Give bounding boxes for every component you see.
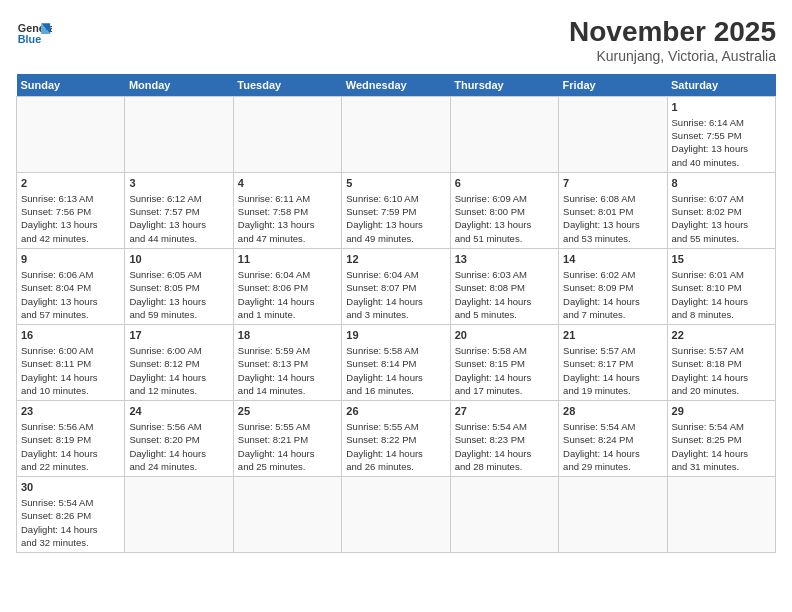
- calendar-cell: 23Sunrise: 5:56 AM Sunset: 8:19 PM Dayli…: [17, 401, 125, 477]
- calendar-cell: [342, 477, 450, 553]
- calendar-cell: 17Sunrise: 6:00 AM Sunset: 8:12 PM Dayli…: [125, 325, 233, 401]
- day-number: 30: [21, 480, 120, 495]
- day-info: Sunrise: 6:06 AM Sunset: 8:04 PM Dayligh…: [21, 268, 120, 321]
- calendar-cell: 16Sunrise: 6:00 AM Sunset: 8:11 PM Dayli…: [17, 325, 125, 401]
- day-info: Sunrise: 5:54 AM Sunset: 8:24 PM Dayligh…: [563, 420, 662, 473]
- day-number: 6: [455, 176, 554, 191]
- calendar-cell: 20Sunrise: 5:58 AM Sunset: 8:15 PM Dayli…: [450, 325, 558, 401]
- day-info: Sunrise: 6:07 AM Sunset: 8:02 PM Dayligh…: [672, 192, 771, 245]
- calendar-cell: 7Sunrise: 6:08 AM Sunset: 8:01 PM Daylig…: [559, 173, 667, 249]
- day-info: Sunrise: 6:02 AM Sunset: 8:09 PM Dayligh…: [563, 268, 662, 321]
- calendar-cell: 25Sunrise: 5:55 AM Sunset: 8:21 PM Dayli…: [233, 401, 341, 477]
- day-number: 3: [129, 176, 228, 191]
- calendar-cell: [450, 477, 558, 553]
- calendar-cell: [233, 97, 341, 173]
- calendar-cell: [667, 477, 775, 553]
- day-info: Sunrise: 6:10 AM Sunset: 7:59 PM Dayligh…: [346, 192, 445, 245]
- calendar-cell: 29Sunrise: 5:54 AM Sunset: 8:25 PM Dayli…: [667, 401, 775, 477]
- calendar-cell: [125, 97, 233, 173]
- calendar-cell: 21Sunrise: 5:57 AM Sunset: 8:17 PM Dayli…: [559, 325, 667, 401]
- day-info: Sunrise: 6:04 AM Sunset: 8:07 PM Dayligh…: [346, 268, 445, 321]
- calendar-cell: [125, 477, 233, 553]
- day-info: Sunrise: 5:57 AM Sunset: 8:18 PM Dayligh…: [672, 344, 771, 397]
- day-number: 12: [346, 252, 445, 267]
- weekday-header-sunday: Sunday: [17, 74, 125, 97]
- title-area: November 2025 Kurunjang, Victoria, Austr…: [569, 16, 776, 64]
- day-info: Sunrise: 6:00 AM Sunset: 8:11 PM Dayligh…: [21, 344, 120, 397]
- day-number: 21: [563, 328, 662, 343]
- day-number: 7: [563, 176, 662, 191]
- day-number: 20: [455, 328, 554, 343]
- day-number: 4: [238, 176, 337, 191]
- calendar-cell: 12Sunrise: 6:04 AM Sunset: 8:07 PM Dayli…: [342, 249, 450, 325]
- day-info: Sunrise: 6:08 AM Sunset: 8:01 PM Dayligh…: [563, 192, 662, 245]
- day-number: 14: [563, 252, 662, 267]
- calendar-cell: 13Sunrise: 6:03 AM Sunset: 8:08 PM Dayli…: [450, 249, 558, 325]
- day-info: Sunrise: 6:00 AM Sunset: 8:12 PM Dayligh…: [129, 344, 228, 397]
- day-info: Sunrise: 6:01 AM Sunset: 8:10 PM Dayligh…: [672, 268, 771, 321]
- calendar-cell: 3Sunrise: 6:12 AM Sunset: 7:57 PM Daylig…: [125, 173, 233, 249]
- calendar-cell: [559, 97, 667, 173]
- calendar-cell: 8Sunrise: 6:07 AM Sunset: 8:02 PM Daylig…: [667, 173, 775, 249]
- day-info: Sunrise: 6:13 AM Sunset: 7:56 PM Dayligh…: [21, 192, 120, 245]
- weekday-header-thursday: Thursday: [450, 74, 558, 97]
- day-number: 23: [21, 404, 120, 419]
- day-number: 17: [129, 328, 228, 343]
- weekday-header-friday: Friday: [559, 74, 667, 97]
- calendar-cell: [17, 97, 125, 173]
- day-number: 29: [672, 404, 771, 419]
- calendar-cell: 1Sunrise: 6:14 AM Sunset: 7:55 PM Daylig…: [667, 97, 775, 173]
- calendar-cell: 18Sunrise: 5:59 AM Sunset: 8:13 PM Dayli…: [233, 325, 341, 401]
- day-number: 2: [21, 176, 120, 191]
- calendar-cell: 24Sunrise: 5:56 AM Sunset: 8:20 PM Dayli…: [125, 401, 233, 477]
- day-info: Sunrise: 5:55 AM Sunset: 8:22 PM Dayligh…: [346, 420, 445, 473]
- page-subtitle: Kurunjang, Victoria, Australia: [569, 48, 776, 64]
- calendar-cell: [233, 477, 341, 553]
- weekday-header-wednesday: Wednesday: [342, 74, 450, 97]
- calendar-cell: 30Sunrise: 5:54 AM Sunset: 8:26 PM Dayli…: [17, 477, 125, 553]
- day-number: 26: [346, 404, 445, 419]
- calendar-cell: 15Sunrise: 6:01 AM Sunset: 8:10 PM Dayli…: [667, 249, 775, 325]
- day-info: Sunrise: 5:58 AM Sunset: 8:15 PM Dayligh…: [455, 344, 554, 397]
- day-info: Sunrise: 5:58 AM Sunset: 8:14 PM Dayligh…: [346, 344, 445, 397]
- day-info: Sunrise: 5:55 AM Sunset: 8:21 PM Dayligh…: [238, 420, 337, 473]
- day-number: 10: [129, 252, 228, 267]
- day-number: 11: [238, 252, 337, 267]
- day-number: 22: [672, 328, 771, 343]
- calendar-cell: [342, 97, 450, 173]
- calendar-cell: 10Sunrise: 6:05 AM Sunset: 8:05 PM Dayli…: [125, 249, 233, 325]
- calendar-table: SundayMondayTuesdayWednesdayThursdayFrid…: [16, 74, 776, 553]
- page-title: November 2025: [569, 16, 776, 48]
- day-info: Sunrise: 6:04 AM Sunset: 8:06 PM Dayligh…: [238, 268, 337, 321]
- day-info: Sunrise: 6:11 AM Sunset: 7:58 PM Dayligh…: [238, 192, 337, 245]
- day-number: 1: [672, 100, 771, 115]
- calendar-cell: 22Sunrise: 5:57 AM Sunset: 8:18 PM Dayli…: [667, 325, 775, 401]
- calendar-cell: 5Sunrise: 6:10 AM Sunset: 7:59 PM Daylig…: [342, 173, 450, 249]
- day-number: 27: [455, 404, 554, 419]
- page-header: General Blue November 2025 Kurunjang, Vi…: [16, 16, 776, 64]
- calendar-cell: 26Sunrise: 5:55 AM Sunset: 8:22 PM Dayli…: [342, 401, 450, 477]
- day-number: 16: [21, 328, 120, 343]
- day-number: 28: [563, 404, 662, 419]
- calendar-cell: 27Sunrise: 5:54 AM Sunset: 8:23 PM Dayli…: [450, 401, 558, 477]
- logo: General Blue: [16, 16, 52, 52]
- calendar-cell: [559, 477, 667, 553]
- day-number: 13: [455, 252, 554, 267]
- calendar-cell: 14Sunrise: 6:02 AM Sunset: 8:09 PM Dayli…: [559, 249, 667, 325]
- calendar-cell: 2Sunrise: 6:13 AM Sunset: 7:56 PM Daylig…: [17, 173, 125, 249]
- day-info: Sunrise: 6:09 AM Sunset: 8:00 PM Dayligh…: [455, 192, 554, 245]
- calendar-cell: 11Sunrise: 6:04 AM Sunset: 8:06 PM Dayli…: [233, 249, 341, 325]
- day-number: 8: [672, 176, 771, 191]
- calendar-cell: [450, 97, 558, 173]
- day-number: 9: [21, 252, 120, 267]
- day-info: Sunrise: 5:54 AM Sunset: 8:23 PM Dayligh…: [455, 420, 554, 473]
- day-info: Sunrise: 5:54 AM Sunset: 8:25 PM Dayligh…: [672, 420, 771, 473]
- svg-text:Blue: Blue: [18, 33, 41, 45]
- logo-icon: General Blue: [16, 16, 52, 52]
- day-info: Sunrise: 6:05 AM Sunset: 8:05 PM Dayligh…: [129, 268, 228, 321]
- calendar-cell: 19Sunrise: 5:58 AM Sunset: 8:14 PM Dayli…: [342, 325, 450, 401]
- weekday-header-monday: Monday: [125, 74, 233, 97]
- weekday-header-saturday: Saturday: [667, 74, 775, 97]
- day-info: Sunrise: 6:12 AM Sunset: 7:57 PM Dayligh…: [129, 192, 228, 245]
- day-info: Sunrise: 5:54 AM Sunset: 8:26 PM Dayligh…: [21, 496, 120, 549]
